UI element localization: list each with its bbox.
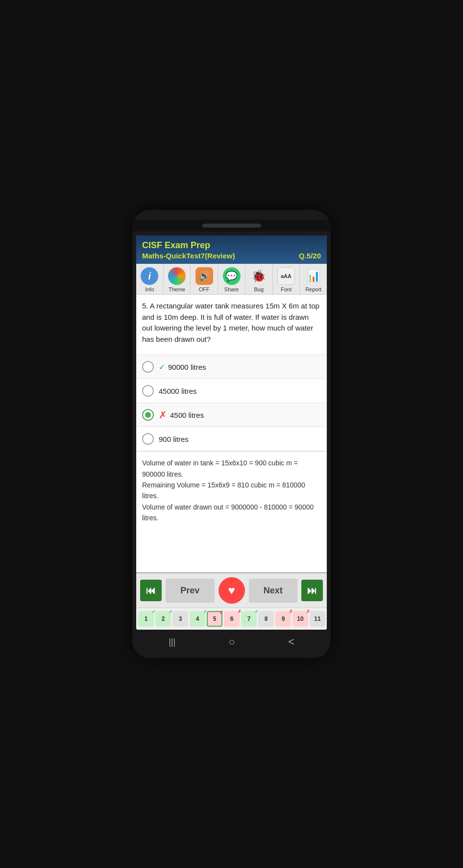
- crossmark-c: ✗: [159, 409, 167, 421]
- android-back-button[interactable]: <: [288, 636, 294, 648]
- android-navigation: ||| ○ <: [132, 630, 331, 658]
- checkmark-a: ✓: [159, 362, 165, 372]
- question-body: A rectangular water tank measures 15m X …: [142, 302, 319, 343]
- info-icon: i: [140, 267, 159, 285]
- radio-a[interactable]: [142, 361, 154, 373]
- next-label: Next: [264, 586, 283, 596]
- grid-q11[interactable]: 11: [310, 611, 325, 627]
- toolbar-bug[interactable]: 🐞 Bug: [245, 264, 273, 294]
- app-container: CISF Exam Prep Maths-QuickTest7(Review) …: [136, 235, 327, 630]
- skip-first-icon: ⏮: [146, 585, 156, 596]
- grid-q5[interactable]: ✗ 5: [207, 611, 222, 627]
- option-d-text: 900 litres: [159, 435, 189, 443]
- explanation: Volume of water in tank = 15x6x10 = 900 …: [136, 451, 327, 529]
- skip-to-last-button[interactable]: ⏭: [301, 580, 323, 601]
- bug-icon: 🐞: [249, 267, 268, 285]
- sound-icon: 🔊: [195, 267, 214, 285]
- question-text: 5. A rectangular water tank measures 15m…: [142, 301, 321, 345]
- toolbar-share[interactable]: 💬 Share: [218, 264, 245, 294]
- android-home-button[interactable]: ○: [228, 636, 235, 648]
- heart-icon: ♥: [228, 584, 235, 597]
- report-label: Report: [305, 286, 321, 292]
- grid-q7[interactable]: ✓ 7: [241, 611, 257, 627]
- grid-q2[interactable]: ✓ 2: [155, 611, 171, 627]
- bottom-navigation: ⏮ Prev ♥ Next ⏭: [136, 572, 327, 608]
- radio-b[interactable]: [142, 385, 154, 397]
- share-label: Share: [224, 286, 239, 292]
- option-b[interactable]: 45000 litres: [136, 379, 327, 403]
- grid-q10[interactable]: ✗ 10: [292, 611, 308, 627]
- toolbar-info[interactable]: i Info: [136, 264, 164, 294]
- option-b-text: 45000 litres: [159, 387, 197, 395]
- option-d[interactable]: 900 litres: [136, 427, 327, 451]
- grid-q1[interactable]: ✓ 1: [138, 611, 154, 627]
- prev-button[interactable]: Prev: [166, 579, 215, 603]
- toolbar-sound[interactable]: 🔊 OFF: [191, 264, 218, 294]
- prev-label: Prev: [180, 586, 199, 596]
- grid-q8[interactable]: 8: [258, 611, 274, 627]
- phone-frame: CISF Exam Prep Maths-QuickTest7(Review) …: [132, 210, 331, 659]
- toolbar-theme[interactable]: Theme: [164, 264, 191, 294]
- quiz-subtitle: Maths-QuickTest7(Review): [142, 252, 235, 260]
- skip-to-first-button[interactable]: ⏮: [140, 580, 162, 601]
- grid-q4[interactable]: ✓ 4: [190, 611, 205, 627]
- report-icon: 📊: [304, 267, 323, 285]
- toolbar-font[interactable]: aAA Font: [273, 264, 300, 294]
- quiz-info-row: Maths-QuickTest7(Review) Q.5/20: [142, 252, 321, 260]
- favorite-button[interactable]: ♥: [219, 577, 245, 604]
- android-menu-button[interactable]: |||: [169, 637, 175, 647]
- radio-d[interactable]: [142, 433, 154, 445]
- question-number: Q.5/20: [299, 252, 321, 260]
- next-button[interactable]: Next: [249, 579, 298, 603]
- question-grid: ✓ 1 ✓ 2 3 ✓ 4 ✗ 5 ✗: [136, 608, 327, 630]
- toolbar: i Info Theme 🔊 OFF: [136, 264, 327, 295]
- question-area: 5. A rectangular water tank measures 15m…: [136, 295, 327, 355]
- option-a-text: ✓ 90000 litres: [159, 362, 206, 372]
- grid-q6[interactable]: ✗ 6: [224, 611, 240, 627]
- header: CISF Exam Prep Maths-QuickTest7(Review) …: [136, 235, 327, 264]
- info-label: Info: [145, 286, 154, 292]
- radio-c[interactable]: [142, 409, 154, 421]
- toolbar-report[interactable]: 📊 Report: [300, 264, 327, 294]
- status-bar: [132, 220, 331, 231]
- option-c-text: ✗ 4500 litres: [159, 409, 204, 421]
- grid-q9[interactable]: ✗ 9: [275, 611, 291, 627]
- notch: [202, 224, 261, 228]
- option-c[interactable]: ✗ 4500 litres: [136, 403, 327, 427]
- option-a[interactable]: ✓ 90000 litres: [136, 355, 327, 379]
- skip-last-icon: ⏭: [307, 585, 317, 596]
- share-icon: 💬: [222, 267, 241, 285]
- options-container: ✓ 90000 litres 45000 litres ✗ 4500: [136, 355, 327, 451]
- font-label: Font: [281, 286, 292, 292]
- explanation-text: Volume of water in tank = 15x6x10 = 900 …: [142, 459, 314, 522]
- grid-q3[interactable]: 3: [172, 611, 188, 627]
- bug-label: Bug: [254, 286, 264, 292]
- theme-label: Theme: [169, 286, 185, 292]
- sound-label: OFF: [199, 286, 210, 292]
- theme-icon: [168, 267, 186, 285]
- app-title: CISF Exam Prep: [142, 240, 321, 251]
- font-icon: aAA: [277, 267, 295, 285]
- content-spacer: [136, 529, 327, 568]
